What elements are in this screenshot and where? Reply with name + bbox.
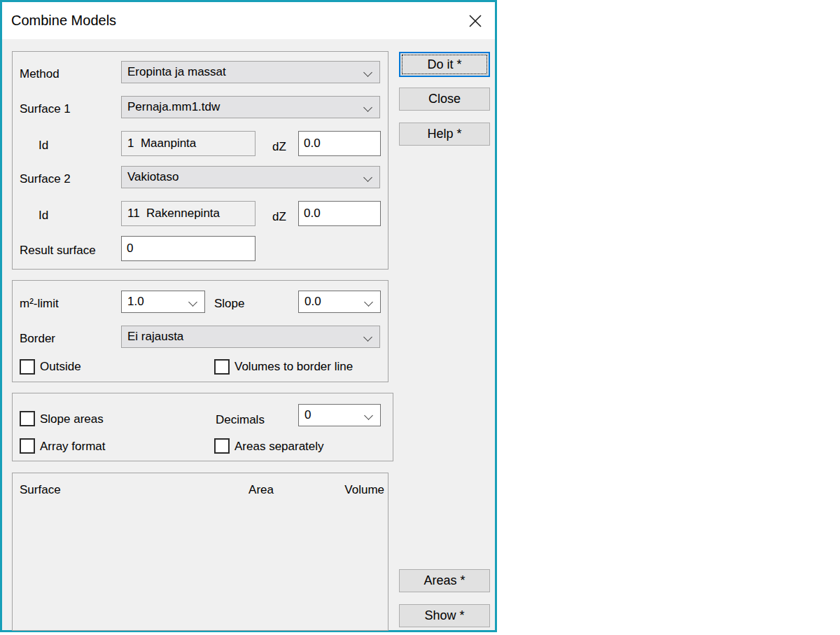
chevron-down-icon bbox=[363, 173, 372, 182]
chevron-down-icon bbox=[363, 68, 372, 77]
method-dropdown-value: Eropinta ja massat bbox=[127, 65, 226, 79]
results-header-surface: Surface bbox=[20, 483, 61, 497]
id1-label: Id bbox=[38, 138, 48, 153]
volumes-to-border-checkbox[interactable] bbox=[214, 359, 230, 375]
surface2-label: Surface 2 bbox=[20, 172, 71, 187]
method-dropdown[interactable]: Eropinta ja massat bbox=[121, 61, 380, 83]
id2-label: Id bbox=[38, 208, 48, 223]
slope-areas-checkbox[interactable] bbox=[20, 411, 35, 426]
dz2-label: dZ bbox=[272, 209, 286, 225]
results-header-volume: Volume bbox=[323, 483, 384, 497]
close-dialog-button[interactable]: Close bbox=[399, 88, 490, 111]
chevron-down-icon bbox=[363, 103, 372, 112]
slope-areas-checkbox-label: Slope areas bbox=[40, 412, 104, 427]
chevron-down-icon bbox=[364, 298, 373, 307]
decimals-value: 0 bbox=[304, 408, 311, 422]
decimals-label: Decimals bbox=[216, 412, 265, 428]
id1-field-value: 1 Maanpinta bbox=[127, 137, 196, 151]
close-icon bbox=[468, 14, 482, 28]
help-button[interactable]: Help * bbox=[399, 123, 490, 146]
m2-limit-label: m²-limit bbox=[20, 296, 59, 312]
dz2-input[interactable] bbox=[298, 201, 381, 226]
surface1-label: Surface 1 bbox=[20, 102, 71, 117]
surface1-dropdown-value: Pernaja.mm1.tdw bbox=[127, 100, 220, 114]
dz1-label: dZ bbox=[272, 139, 286, 155]
border-label: Border bbox=[20, 331, 55, 347]
border-dropdown-value: Ei rajausta bbox=[127, 330, 183, 344]
surface2-dropdown-value: Vakiotaso bbox=[127, 170, 178, 184]
id1-field[interactable]: 1 Maanpinta bbox=[121, 131, 255, 156]
outside-checkbox[interactable] bbox=[20, 359, 35, 375]
surface1-dropdown[interactable]: Pernaja.mm1.tdw bbox=[121, 96, 380, 118]
areas-separately-checkbox[interactable] bbox=[214, 438, 230, 454]
dz1-input[interactable] bbox=[298, 131, 381, 156]
decimals-combobox[interactable]: 0 bbox=[298, 404, 381, 426]
show-button[interactable]: Show * bbox=[399, 604, 490, 627]
m2-limit-combobox[interactable]: 1.0 bbox=[121, 291, 205, 313]
dialog-title: Combine Models bbox=[11, 13, 116, 29]
chevron-down-icon bbox=[188, 298, 197, 307]
chevron-down-icon bbox=[363, 333, 372, 342]
chevron-down-icon bbox=[364, 411, 373, 420]
slope-combobox[interactable]: 0.0 bbox=[298, 291, 381, 313]
m2-limit-value: 1.0 bbox=[127, 295, 144, 309]
array-format-checkbox[interactable] bbox=[20, 438, 35, 454]
border-dropdown[interactable]: Ei rajausta bbox=[121, 326, 380, 348]
close-button[interactable] bbox=[461, 11, 489, 32]
areas-button[interactable]: Areas * bbox=[399, 569, 490, 592]
slope-label: Slope bbox=[214, 296, 244, 312]
array-format-checkbox-label: Array format bbox=[40, 439, 106, 454]
volumes-to-border-checkbox-label: Volumes to border line bbox=[234, 359, 353, 375]
outside-checkbox-label: Outside bbox=[40, 359, 81, 375]
do-it-button[interactable]: Do it * bbox=[399, 52, 490, 77]
result-surface-label: Result surface bbox=[20, 243, 96, 258]
method-label: Method bbox=[20, 67, 59, 82]
id2-field[interactable]: 11 Rakennepinta bbox=[121, 201, 255, 226]
result-surface-input[interactable] bbox=[121, 236, 255, 261]
areas-separately-checkbox-label: Areas separately bbox=[234, 439, 324, 454]
slope-value: 0.0 bbox=[304, 295, 321, 309]
combine-models-dialog: Combine Models Method Eropinta ja massat… bbox=[0, 0, 497, 632]
title-bar: Combine Models bbox=[2, 2, 495, 39]
results-header-area: Area bbox=[218, 483, 274, 497]
id2-field-value: 11 Rakennepinta bbox=[127, 207, 220, 221]
surface2-dropdown[interactable]: Vakiotaso bbox=[121, 166, 380, 188]
